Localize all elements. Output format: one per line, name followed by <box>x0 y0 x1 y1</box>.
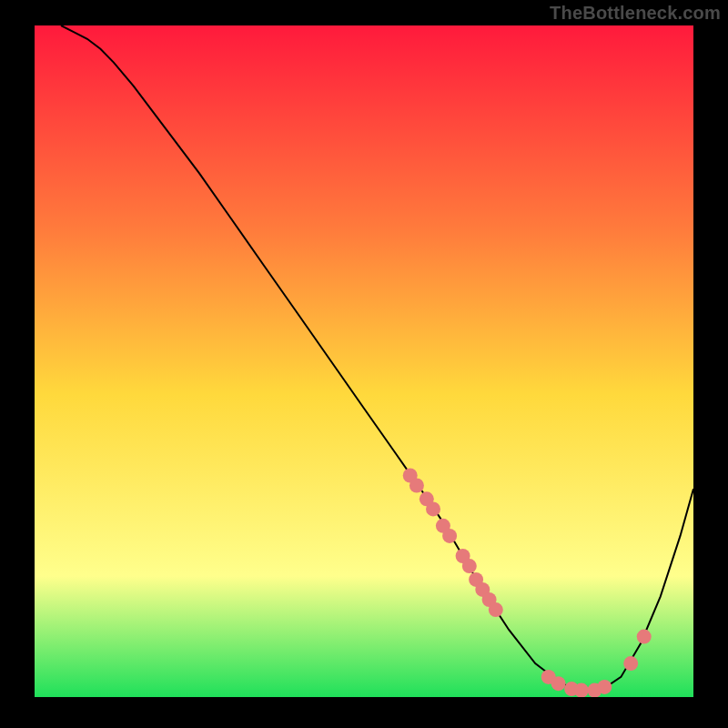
chart-marker <box>551 676 566 691</box>
chart-marker <box>426 501 440 516</box>
watermark-text: TheBottleneck.com <box>550 3 721 24</box>
chart-marker <box>574 683 589 697</box>
chart-marker <box>597 680 612 694</box>
chart-marker <box>442 529 457 543</box>
chart-frame: TheBottleneck.com <box>0 0 728 728</box>
bottleneck-plot <box>35 25 693 697</box>
plot-svg <box>35 25 693 697</box>
chart-marker <box>489 602 503 617</box>
gradient-bg <box>35 25 693 697</box>
chart-marker <box>462 559 477 573</box>
chart-marker <box>410 479 424 493</box>
chart-marker <box>637 630 652 644</box>
chart-marker <box>623 656 638 671</box>
